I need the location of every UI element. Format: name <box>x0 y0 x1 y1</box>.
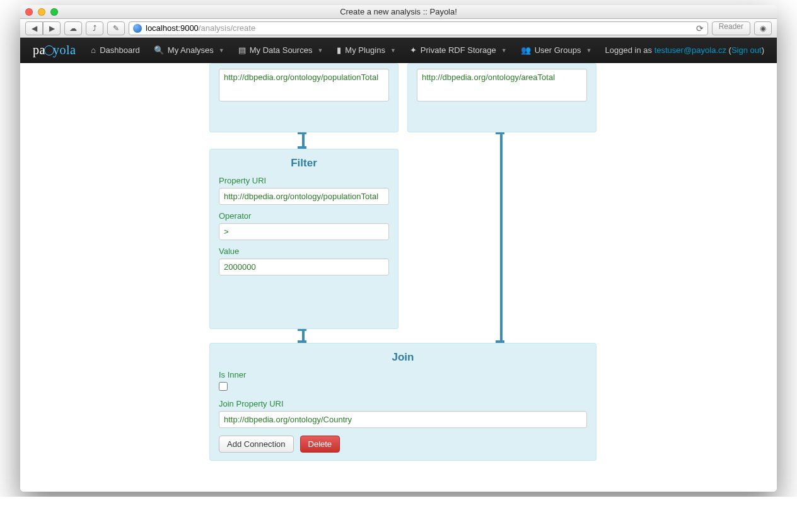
nav-label: Dashboard <box>100 45 140 55</box>
browser-toolbar: ◀ ▶ ☁ ⤴ ✎ localhost:9000/analysis/create… <box>20 19 777 38</box>
search-icon: 🔍 <box>154 45 164 55</box>
nav-label: My Analyses <box>168 45 214 55</box>
zoom-window-button[interactable] <box>50 8 58 16</box>
mac-titlebar: Create a new analysis :: Payola! <box>20 5 777 19</box>
chevron-down-icon: ▼ <box>586 47 591 54</box>
browser-window: Create a new analysis :: Payola! ◀ ▶ ☁ ⤴… <box>20 5 777 492</box>
chevron-down-icon: ▼ <box>219 47 224 54</box>
property-selection-box-left <box>209 63 398 132</box>
users-icon: 👥 <box>521 45 531 55</box>
forward-button[interactable]: ▶ <box>43 21 61 35</box>
nav-items: ⌂ Dashboard 🔍 My Analyses ▼ ▤ My Data So… <box>84 38 598 63</box>
globe-icon <box>133 24 142 33</box>
add-connection-button[interactable]: Add Connection <box>219 436 294 453</box>
nav-label: My Data Sources <box>250 45 313 55</box>
app-navbar: payola ⌂ Dashboard 🔍 My Analyses ▼ ▤ My … <box>20 38 777 63</box>
label-value: Value <box>219 246 389 256</box>
url-host: localhost:9000 <box>146 23 199 33</box>
label-is-inner: Is Inner <box>219 370 587 379</box>
connector <box>500 132 503 343</box>
filter-property-input[interactable] <box>219 188 389 205</box>
home-icon: ⌂ <box>91 45 96 55</box>
url-bar[interactable]: localhost:9000/analysis/create ⟳ <box>129 21 708 35</box>
nav-my-analyses[interactable]: 🔍 My Analyses ▼ <box>148 38 231 63</box>
label-join-property: Join Property URI <box>219 399 587 408</box>
property-selection-box-right <box>407 63 596 132</box>
label-operator: Operator <box>219 211 389 221</box>
close-window-button[interactable] <box>25 8 33 16</box>
join-box: Join Is Inner Join Property URI Add Conn… <box>209 343 596 461</box>
filter-box: Filter Property URI Operator Value <box>209 149 398 329</box>
filter-operator-input[interactable] <box>219 223 389 240</box>
folder-icon: ▤ <box>238 45 246 55</box>
nav-dashboard[interactable]: ⌂ Dashboard <box>84 38 146 63</box>
sign-out-link[interactable]: Sign out <box>731 45 762 55</box>
nav-user-area: Logged in as testuser@payola.cz (Sign ou… <box>605 45 764 55</box>
icloud-button[interactable]: ☁ <box>64 21 82 35</box>
delete-button[interactable]: Delete <box>300 436 340 453</box>
nav-label: Private RDF Storage <box>421 45 496 55</box>
join-property-input[interactable] <box>219 411 587 428</box>
back-forward-group: ◀ ▶ <box>25 21 61 35</box>
nav-my-plugins[interactable]: ▮ My Plugins ▼ <box>330 38 402 63</box>
share-icon: ✦ <box>410 45 417 55</box>
nav-user-groups[interactable]: 👥 User Groups ▼ <box>515 38 598 63</box>
label-property-uri: Property URI <box>219 176 389 185</box>
property-uri-textarea[interactable] <box>219 69 389 101</box>
chevron-down-icon: ▼ <box>501 47 507 54</box>
reader-button[interactable]: Reader <box>712 21 750 35</box>
chevron-down-icon: ▼ <box>390 47 396 54</box>
join-actions: Add Connection Delete <box>219 436 587 453</box>
nav-private-rdf-storage[interactable]: ✦ Private RDF Storage ▼ <box>404 38 513 63</box>
property-uri-textarea[interactable] <box>417 69 587 101</box>
brand-logo[interactable]: payola <box>33 43 76 57</box>
filter-value-input[interactable] <box>219 258 389 275</box>
url-path: /analysis/create <box>199 23 255 33</box>
traffic-lights <box>25 8 58 16</box>
reload-icon[interactable]: ⟳ <box>696 23 704 33</box>
edit-button[interactable]: ✎ <box>107 21 125 35</box>
back-button[interactable]: ◀ <box>25 21 43 35</box>
url-text: localhost:9000/analysis/create <box>146 23 255 33</box>
file-icon: ▮ <box>337 45 341 55</box>
downloads-button[interactable]: ◉ <box>754 21 772 35</box>
nav-label: User Groups <box>535 45 581 55</box>
is-inner-checkbox[interactable] <box>219 382 228 391</box>
chevron-down-icon: ▼ <box>317 47 323 54</box>
share-button[interactable]: ⤴ <box>86 21 103 35</box>
logged-in-prefix: Logged in as <box>605 45 654 55</box>
user-email-link[interactable]: testuser@payola.cz <box>654 45 726 55</box>
window-title: Create a new analysis :: Payola! <box>20 7 777 16</box>
nav-label: My Plugins <box>345 45 385 55</box>
analysis-canvas: Filter Property URI Operator Value Join … <box>20 63 777 492</box>
nav-my-data-sources[interactable]: ▤ My Data Sources ▼ <box>232 38 330 63</box>
join-title: Join <box>219 351 587 364</box>
minimize-window-button[interactable] <box>38 8 45 16</box>
filter-title: Filter <box>219 157 389 170</box>
